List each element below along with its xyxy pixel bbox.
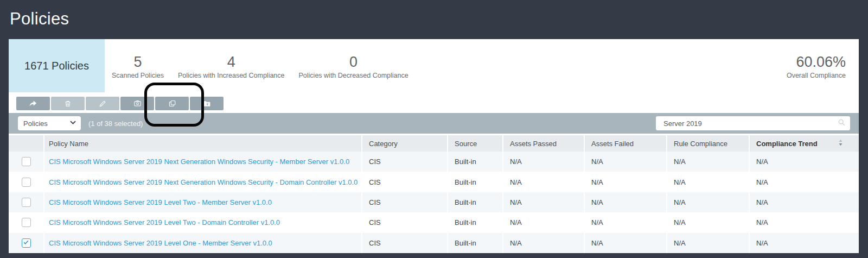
policy-name-link[interactable]: CIS Microsoft Windows Server 2019 Level …	[49, 198, 272, 206]
compliance-trend-cell: N/A	[749, 192, 859, 212]
category-cell: CIS	[361, 172, 447, 192]
assets-passed-cell: N/A	[502, 233, 584, 253]
compliance-trend-label: Compliance Trend	[756, 140, 818, 148]
assets-failed-cell: N/A	[584, 192, 666, 212]
policies-card: 1671 Policies 5 Scanned Policies 4 Polic…	[9, 39, 859, 253]
toolbar	[9, 92, 859, 113]
source-cell: Built-in	[447, 172, 502, 192]
column-header-category: Category	[361, 135, 447, 152]
policies-dropdown[interactable]: Policies	[18, 116, 81, 130]
column-header-source: Source	[447, 135, 502, 152]
stat-overall-compliance: 60.06% Overall Compliance	[787, 41, 859, 92]
column-header-rule-compliance: Rule Compliance	[666, 135, 749, 152]
chevron-down-icon	[69, 118, 76, 128]
compliance-trend-cell: N/A	[749, 212, 859, 232]
source-cell: Built-in	[447, 192, 502, 212]
tab-total-policies[interactable]: 1671 Policies	[9, 39, 105, 92]
search-box	[656, 116, 850, 130]
policy-name-link[interactable]: CIS Microsoft Windows Server 2019 Next G…	[49, 178, 358, 186]
assets-passed-cell: N/A	[502, 152, 584, 172]
rule-compliance-cell: N/A	[666, 172, 749, 192]
stat-label: Policies with Decreased Compliance	[299, 72, 409, 79]
pencil-icon	[99, 100, 106, 108]
category-cell: CIS	[361, 152, 447, 172]
category-cell: CIS	[361, 233, 447, 253]
filter-bar: Policies (1 of 38 selected)	[9, 113, 859, 134]
rule-compliance-cell: N/A	[666, 192, 749, 212]
column-header-assets-failed: Assets Failed	[584, 135, 666, 152]
category-cell: CIS	[361, 212, 447, 232]
column-header-compliance-trend[interactable]: Compliance Trend	[749, 135, 859, 152]
source-cell: Built-in	[447, 152, 502, 172]
source-cell: Built-in	[447, 233, 502, 253]
table-row-selected: CIS Microsoft Windows Server 2019 Level …	[9, 233, 859, 253]
camera-icon	[133, 99, 142, 108]
page-title: Policies	[10, 9, 69, 29]
column-header-assets-passed: Assets Passed	[502, 135, 584, 152]
row-checkbox[interactable]	[22, 198, 31, 207]
row-checkbox[interactable]	[22, 157, 31, 166]
share-icon	[29, 99, 37, 108]
stat-value: 60.06%	[796, 54, 846, 71]
stat-value: 5	[133, 54, 142, 71]
table-row: CIS Microsoft Windows Server 2019 Level …	[9, 192, 859, 212]
share-button[interactable]	[16, 97, 50, 110]
table-row: CIS Microsoft Windows Server 2019 Next G…	[9, 172, 859, 192]
source-cell: Built-in	[447, 212, 502, 232]
assets-failed-cell: N/A	[584, 172, 666, 192]
folder-add-icon	[202, 99, 211, 108]
scan-button[interactable]	[120, 97, 154, 110]
assets-failed-cell: N/A	[584, 212, 666, 232]
total-policies-label: 1671 Policies	[24, 60, 89, 72]
category-cell: CIS	[361, 192, 447, 212]
table-header-row: Policy Name Category Source Assets Passe…	[9, 134, 859, 152]
top-header-band: Policies	[0, 0, 868, 39]
assets-failed-cell: N/A	[584, 152, 666, 172]
policy-name-link[interactable]: CIS Microsoft Windows Server 2019 Next G…	[49, 158, 349, 166]
stat-label: Overall Compliance	[787, 72, 846, 79]
search-icon[interactable]	[838, 118, 846, 129]
copy-button[interactable]	[155, 97, 189, 110]
stat-label: Policies with Increased Compliance	[178, 72, 285, 79]
sort-icon[interactable]	[838, 138, 844, 149]
rule-compliance-cell: N/A	[666, 152, 749, 172]
edit-button[interactable]	[86, 97, 119, 110]
trash-icon	[64, 100, 72, 108]
stat-decreased-compliance: 0 Policies with Decreased Compliance	[292, 41, 416, 92]
rule-compliance-cell: N/A	[666, 233, 749, 253]
copy-icon	[168, 99, 176, 108]
policy-name-link[interactable]: CIS Microsoft Windows Server 2019 Level …	[49, 239, 272, 247]
search-input[interactable]	[656, 117, 838, 130]
table-row: CIS Microsoft Windows Server 2019 Level …	[9, 212, 859, 232]
row-checkbox[interactable]	[22, 178, 31, 187]
selection-count-label: (1 of 38 selected)	[88, 119, 143, 128]
stat-label: Scanned Policies	[112, 72, 164, 79]
stat-scanned-policies: 5 Scanned Policies	[105, 41, 171, 92]
assets-failed-cell: N/A	[584, 233, 666, 253]
delete-button[interactable]	[51, 97, 85, 110]
header-checkbox-cell	[9, 135, 43, 152]
compliance-trend-cell: N/A	[749, 152, 859, 172]
rule-compliance-cell: N/A	[666, 212, 749, 232]
stat-increased-compliance: 4 Policies with Increased Compliance	[171, 41, 292, 92]
compliance-trend-cell: N/A	[749, 172, 859, 192]
add-to-folder-button[interactable]	[190, 97, 224, 110]
stat-value: 4	[227, 54, 235, 71]
table-row: CIS Microsoft Windows Server 2019 Next G…	[9, 152, 859, 172]
row-checkbox[interactable]	[22, 218, 31, 227]
row-checkbox-checked[interactable]	[22, 238, 31, 248]
check-icon	[23, 239, 29, 247]
assets-passed-cell: N/A	[502, 192, 584, 212]
stats-bar: 1671 Policies 5 Scanned Policies 4 Polic…	[9, 39, 859, 92]
column-header-policy-name: Policy Name	[43, 135, 361, 152]
assets-passed-cell: N/A	[502, 212, 584, 232]
dropdown-value: Policies	[23, 119, 69, 128]
compliance-trend-cell: N/A	[749, 233, 859, 253]
stat-value: 0	[349, 54, 358, 71]
policy-name-link[interactable]: CIS Microsoft Windows Server 2019 Level …	[49, 218, 280, 226]
assets-passed-cell: N/A	[502, 172, 584, 192]
